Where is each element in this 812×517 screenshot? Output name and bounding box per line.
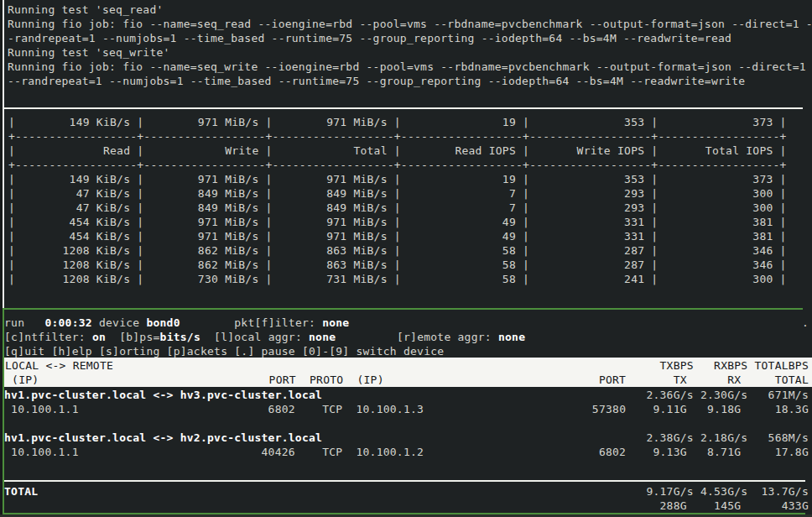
terminal-line: -randrepeat=1 --numjobs=1 --time_based -… xyxy=(8,31,812,45)
benchmark-table-line: | 454 KiB/s | 971 MiB/s | 971 MiB/s | 49… xyxy=(8,229,787,243)
terminal-line xyxy=(4,416,809,431)
pane-border-white-horizontal xyxy=(3,107,803,109)
benchmark-table-line: | 149 KiB/s | 971 MiB/s | 971 MiB/s | 19… xyxy=(8,172,787,186)
nettop-totals: TOTAL9.17G/s 4.53G/s 13.7G/s288G 145G 43… xyxy=(3,484,809,513)
nettop-header-bar: LOCAL <-> REMOTETXBPS RXBPS TOTALBPS (IP… xyxy=(4,358,812,387)
benchmark-table-line: | 47 KiB/s | 849 MiB/s | 849 MiB/s | 7 |… xyxy=(8,186,787,201)
terminal-line: TOTAL9.17G/s 4.53G/s 13.7G/s xyxy=(4,484,809,499)
terminal-line: 288G 145G 433G xyxy=(4,499,809,513)
terminal-line: Running fio job: fio --name=seq_write --… xyxy=(8,60,812,74)
benchmark-table-line: | 454 KiB/s | 971 MiB/s | 971 MiB/s | 49… xyxy=(8,215,787,229)
totals-separator xyxy=(4,480,805,482)
terminal-line: Running fio job: fio --name=seq_read --i… xyxy=(8,17,812,31)
pane-border-green-horizontal xyxy=(3,308,803,310)
terminal-line: [q]uit [h]elp [s]orting [p]ackets [.] pa… xyxy=(4,344,809,358)
benchmark-table-line: | 47 KiB/s | 849 MiB/s | 849 MiB/s | 7 |… xyxy=(8,201,787,215)
pane-border-white-vertical xyxy=(3,0,4,308)
nettop-status: run 0:00:32 device bond0 pkt[f]ilter: no… xyxy=(3,316,809,358)
benchmark-table: | 149 KiB/s | 971 MiB/s | 971 MiB/s | 19… xyxy=(8,115,787,286)
benchmark-table-line: +------------------+------------------+-… xyxy=(8,158,787,172)
benchmark-table-line: | 1208 KiB/s | 862 MiB/s | 863 MiB/s | 5… xyxy=(8,243,787,258)
terminal-line: [c]ntfilter: on [b]ps=bits/s [l]ocal agg… xyxy=(4,330,809,344)
benchmark-table-line: +------------------+------------------+-… xyxy=(8,129,787,144)
nettop-header-columns: LOCAL <-> REMOTETXBPS RXBPS TOTALBPS (IP… xyxy=(5,358,809,387)
terminal-line: LOCAL <-> REMOTETXBPS RXBPS TOTALBPS xyxy=(5,358,809,373)
terminal-line: run 0:00:32 device bond0 pkt[f]ilter: no… xyxy=(4,316,809,330)
terminal-line: Running test 'seq_write' xyxy=(8,45,812,60)
terminal-line: 10.100.1.1 40426 TCP 10.100.1.26802 9.13… xyxy=(4,445,809,459)
benchmark-table-line: | Read | Write | Total | Read IOPS | Wri… xyxy=(8,144,787,158)
benchmark-table-line: | 149 KiB/s | 971 MiB/s | 971 MiB/s | 19… xyxy=(8,115,787,129)
terminal-line: hv1.pvc-cluster.local <-> hv3.pvc-cluste… xyxy=(4,388,809,402)
terminal-line: (IP) PORT PROTO (IP)PORT TX RX TOTAL xyxy=(5,373,809,387)
terminal-line: 10.100.1.1 6802 TCP 10.100.1.357380 9.11… xyxy=(4,402,809,416)
terminal-line: --randrepeat=1 --numjobs=1 --time_based … xyxy=(8,74,812,88)
terminal-line: hv1.pvc-cluster.local <-> hv2.pvc-cluste… xyxy=(4,431,809,445)
benchmark-table-line: | 1208 KiB/s | 862 MiB/s | 863 MiB/s | 5… xyxy=(8,258,787,272)
benchmark-table-line: | 1208 KiB/s | 730 MiB/s | 731 MiB/s | 5… xyxy=(8,272,787,286)
terminal-line: Running test 'seq_read' xyxy=(8,3,812,17)
fio-log: Running test 'seq_read'Running fio job: … xyxy=(8,3,812,88)
nettop-connections: hv1.pvc-cluster.local <-> hv3.pvc-cluste… xyxy=(3,388,809,459)
terminal-screen: Running test 'seq_read'Running fio job: … xyxy=(0,0,812,517)
